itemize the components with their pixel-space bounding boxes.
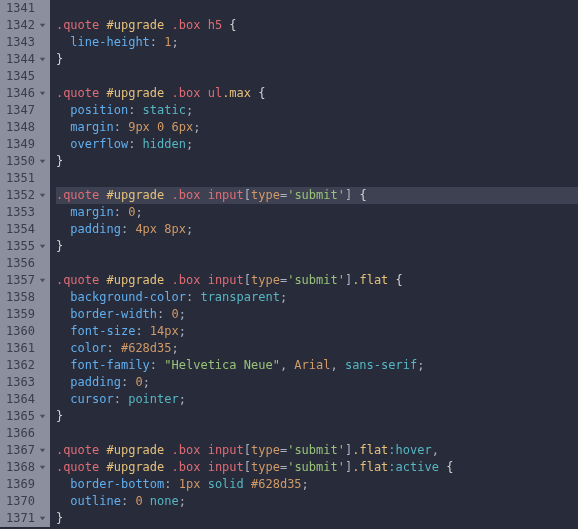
code-line[interactable]: overflow: hidden; bbox=[56, 136, 578, 153]
gutter-row: 1342 bbox=[6, 17, 48, 34]
code-line[interactable]: background-color: transparent; bbox=[56, 289, 578, 306]
code-editor[interactable]: 1341134213431344134513461347134813491350… bbox=[0, 0, 578, 527]
token-id: #upgrade bbox=[107, 273, 165, 287]
fold-toggle-icon[interactable] bbox=[38, 276, 48, 286]
token-brace: { bbox=[396, 273, 403, 287]
gutter-row: 1352 bbox=[6, 187, 48, 204]
token-sel: .box bbox=[172, 443, 201, 457]
code-line[interactable]: margin: 0; bbox=[56, 204, 578, 221]
gutter-row: 1346 bbox=[6, 85, 48, 102]
token-prop: position bbox=[70, 103, 128, 117]
gutter-row: 1370 bbox=[6, 493, 48, 510]
token-prop: outline bbox=[70, 494, 121, 508]
token-kw: hidden bbox=[143, 137, 186, 151]
gutter-row: 1351 bbox=[6, 170, 48, 187]
fold-toggle-icon[interactable] bbox=[38, 55, 48, 65]
fold-toggle-icon[interactable] bbox=[38, 89, 48, 99]
fold-toggle-icon[interactable] bbox=[38, 412, 48, 422]
code-line[interactable]: .quote #upgrade .box input[type='submit'… bbox=[56, 442, 578, 459]
line-number: 1344 bbox=[6, 51, 37, 68]
code-line[interactable]: } bbox=[56, 153, 578, 170]
fold-toggle-icon[interactable] bbox=[38, 446, 48, 456]
line-number: 1359 bbox=[6, 306, 37, 323]
token-num: 6px bbox=[172, 120, 194, 134]
gutter-row: 1361 bbox=[6, 340, 48, 357]
gutter-row: 1355 bbox=[6, 238, 48, 255]
fold-toggle-icon bbox=[38, 140, 48, 150]
token-pun: ; bbox=[280, 290, 287, 304]
fold-toggle-icon bbox=[38, 4, 48, 14]
token-class: .flat bbox=[352, 443, 388, 457]
token-sel: .box bbox=[172, 460, 201, 474]
code-line[interactable]: .quote #upgrade .box ul.max { bbox=[56, 85, 578, 102]
fold-toggle-icon bbox=[38, 327, 48, 337]
code-line[interactable]: font-size: 14px; bbox=[56, 323, 578, 340]
fold-toggle-icon[interactable] bbox=[38, 514, 48, 524]
code-line[interactable]: color: #628d35; bbox=[56, 340, 578, 357]
code-line[interactable]: cursor: pointer; bbox=[56, 391, 578, 408]
gutter-row: 1357 bbox=[6, 272, 48, 289]
code-line[interactable]: position: static; bbox=[56, 102, 578, 119]
code-line[interactable]: line-height: 1; bbox=[56, 34, 578, 51]
code-line[interactable]: padding: 0; bbox=[56, 374, 578, 391]
code-area[interactable]: .quote #upgrade .box h5 { line-height: 1… bbox=[50, 0, 578, 527]
line-number: 1358 bbox=[6, 289, 37, 306]
token-id: #upgrade bbox=[107, 86, 165, 100]
code-line[interactable] bbox=[56, 425, 578, 442]
token-attr: type bbox=[251, 273, 280, 287]
code-line[interactable] bbox=[56, 0, 578, 17]
line-number: 1366 bbox=[6, 425, 37, 442]
code-line[interactable]: padding: 4px 8px; bbox=[56, 221, 578, 238]
token-num: #628d35 bbox=[121, 341, 172, 355]
token-brace: } bbox=[56, 409, 63, 423]
line-number: 1341 bbox=[6, 0, 37, 17]
line-number: 1355 bbox=[6, 238, 37, 255]
token-pun: , bbox=[280, 358, 294, 372]
gutter-row: 1366 bbox=[6, 425, 48, 442]
token-brace: } bbox=[56, 154, 63, 168]
code-line[interactable]: } bbox=[56, 510, 578, 527]
code-line[interactable] bbox=[56, 170, 578, 187]
gutter-row: 1344 bbox=[6, 51, 48, 68]
token-indent bbox=[56, 494, 70, 508]
line-number: 1365 bbox=[6, 408, 37, 425]
line-number: 1364 bbox=[6, 391, 37, 408]
code-line[interactable]: } bbox=[56, 238, 578, 255]
fold-toggle-icon[interactable] bbox=[38, 157, 48, 167]
token-pun bbox=[200, 18, 207, 32]
token-pun: ; bbox=[179, 324, 186, 338]
code-line[interactable]: border-bottom: 1px solid #628d35; bbox=[56, 476, 578, 493]
code-line[interactable]: font-family: "Helvetica Neue", Arial, sa… bbox=[56, 357, 578, 374]
code-line[interactable]: margin: 9px 0 6px; bbox=[56, 119, 578, 136]
code-line[interactable] bbox=[56, 255, 578, 272]
code-line[interactable]: } bbox=[56, 408, 578, 425]
token-str: "Helvetica Neue" bbox=[164, 358, 280, 372]
token-indent bbox=[56, 290, 70, 304]
token-pun bbox=[99, 443, 106, 457]
fold-toggle-icon bbox=[38, 497, 48, 507]
code-line[interactable]: .quote #upgrade .box input[type='submit'… bbox=[56, 187, 578, 204]
gutter-row: 1362 bbox=[6, 357, 48, 374]
token-pun bbox=[99, 273, 106, 287]
fold-toggle-icon[interactable] bbox=[38, 463, 48, 473]
token-sel: .box bbox=[172, 86, 201, 100]
code-line[interactable]: } bbox=[56, 51, 578, 68]
code-line[interactable]: .quote #upgrade .box input[type='submit'… bbox=[56, 459, 578, 476]
gutter-row: 1369 bbox=[6, 476, 48, 493]
code-line[interactable]: border-width: 0; bbox=[56, 306, 578, 323]
token-pun: : bbox=[150, 358, 164, 372]
code-line[interactable]: .quote #upgrade .box h5 { bbox=[56, 17, 578, 34]
code-line[interactable] bbox=[56, 68, 578, 85]
code-line[interactable]: .quote #upgrade .box input[type='submit'… bbox=[56, 272, 578, 289]
fold-toggle-icon bbox=[38, 344, 48, 354]
fold-toggle-icon[interactable] bbox=[38, 21, 48, 31]
gutter-row: 1371 bbox=[6, 510, 48, 527]
gutter-row: 1356 bbox=[6, 255, 48, 272]
token-num: 0 bbox=[172, 307, 179, 321]
code-line[interactable]: outline: 0 none; bbox=[56, 493, 578, 510]
token-pun: ; bbox=[186, 137, 193, 151]
token-indent bbox=[56, 137, 70, 151]
fold-toggle-icon[interactable] bbox=[38, 242, 48, 252]
fold-toggle-icon[interactable] bbox=[38, 191, 48, 201]
fold-toggle-icon bbox=[38, 106, 48, 116]
